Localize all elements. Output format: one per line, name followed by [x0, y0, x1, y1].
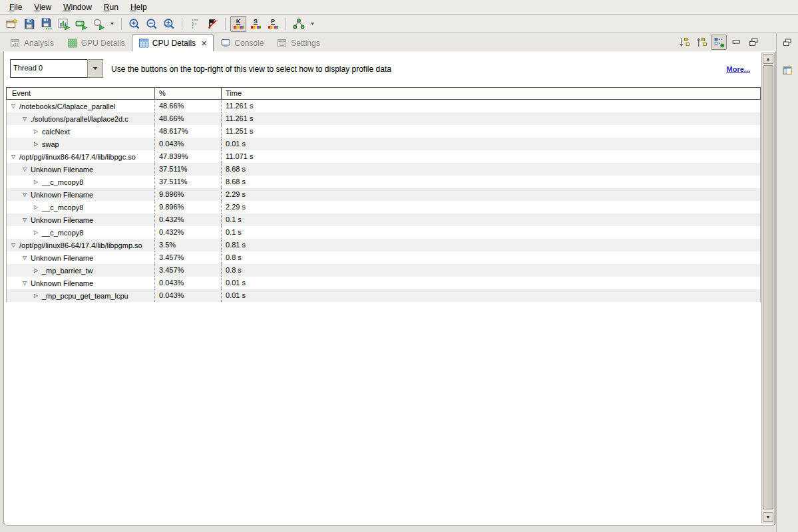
thread-selector[interactable]: Thread 0: [10, 59, 103, 78]
event-cell: ▽/opt/pgi/linux86-64/17.4/lib/libpgmp.so: [7, 239, 154, 251]
collapse-arrow-icon[interactable]: ▽: [20, 192, 29, 198]
thread-selector-dropdown-button[interactable]: [87, 59, 103, 78]
table-row[interactable]: ▷__c_mcopy80.432%0.1 s: [7, 226, 760, 239]
collapse-arrow-icon[interactable]: ▽: [20, 166, 29, 172]
collapse-arrow-icon[interactable]: ▽: [20, 255, 29, 261]
new-session-button[interactable]: [4, 16, 20, 32]
profile-application-button[interactable]: [56, 16, 72, 32]
minimize-view-button[interactable]: [728, 35, 744, 50]
percent-value: 48.617%: [154, 125, 221, 138]
tab-close-icon[interactable]: ✕: [201, 40, 207, 47]
table-row[interactable]: ▽/notebooks/C/laplace_parallel48.66%11.2…: [7, 100, 760, 112]
top-down-view-button[interactable]: [676, 35, 692, 50]
save-icon: [23, 18, 35, 30]
kernel-view-button[interactable]: K: [230, 16, 246, 32]
call-tree-dropdown-button[interactable]: [308, 16, 317, 32]
menu-window[interactable]: Window: [57, 1, 98, 13]
tab-console[interactable]: Console: [214, 34, 270, 52]
mark-source-button[interactable]: [187, 16, 203, 32]
expand-arrow-icon[interactable]: ▷: [31, 141, 41, 147]
p-view-icon: P: [268, 19, 278, 29]
expand-arrow-icon[interactable]: ▷: [31, 204, 41, 210]
expand-arrow-icon[interactable]: ▷: [31, 267, 41, 273]
scroll-up-button[interactable]: ▲: [763, 54, 773, 64]
menu-view[interactable]: View: [28, 1, 57, 13]
maximize-view-button[interactable]: [745, 35, 761, 50]
analysis-icon: [10, 38, 21, 49]
tab-settings[interactable]: Settings: [270, 34, 326, 52]
scroll-down-button[interactable]: ▼: [763, 512, 773, 522]
tab-cpu-details[interactable]: CPU Details✕: [132, 34, 214, 52]
menu-file[interactable]: File: [3, 1, 28, 13]
table-row[interactable]: ▷calcNext48.617%11.251 s: [7, 125, 760, 138]
column-header-event[interactable]: Event: [7, 88, 154, 99]
collapse-arrow-icon[interactable]: ▽: [20, 116, 29, 122]
time-value: 0.1 s: [221, 226, 760, 239]
scrollbar-thumb[interactable]: [763, 65, 773, 509]
save-button[interactable]: [21, 16, 37, 32]
table-row[interactable]: ▽./solutions/parallel/laplace2d.c48.66%1…: [7, 112, 760, 125]
profile-dropdown-button[interactable]: [108, 16, 116, 32]
tab-analysis[interactable]: Analysis: [3, 34, 61, 52]
table-row[interactable]: ▷_mp_pcpu_get_team_lcpu0.043%0.01 s: [7, 289, 760, 302]
expand-arrow-icon[interactable]: ▷: [31, 179, 41, 185]
vertical-scrollbar[interactable]: ▲ ▼: [761, 53, 775, 523]
table-row[interactable]: ▽/opt/pgi/linux86-64/17.4/lib/libpgmp.so…: [7, 239, 760, 251]
expand-arrow-icon[interactable]: ▷: [31, 229, 41, 235]
table-row[interactable]: ▽Unknown Filename3.457%0.8 s: [7, 251, 760, 264]
event-label: Unknown Filename: [31, 166, 93, 174]
flat-view-button[interactable]: [711, 35, 727, 50]
collapse-arrow-icon[interactable]: ▽: [9, 242, 18, 248]
time-value: 0.01 s: [221, 277, 760, 289]
expand-arrow-icon[interactable]: ▷: [31, 128, 41, 134]
collapse-arrow-icon[interactable]: ▽: [9, 154, 18, 160]
s-view-icon: S: [251, 19, 261, 29]
column-header-time[interactable]: Time: [221, 88, 760, 99]
time-value: 0.01 s: [221, 138, 760, 150]
event-label: Unknown Filename: [31, 216, 93, 224]
more-link[interactable]: More...: [727, 65, 750, 73]
table-row[interactable]: ▷__c_mcopy89.896%2.29 s: [7, 201, 760, 213]
search-profile-button[interactable]: [91, 16, 106, 32]
percent-value: 9.896%: [154, 188, 221, 201]
stream-view-button[interactable]: S: [248, 16, 264, 32]
table-row[interactable]: ▽Unknown Filename0.432%0.1 s: [7, 213, 760, 226]
toolbar-separator: [286, 18, 286, 30]
process-view-button[interactable]: P: [265, 16, 281, 32]
collapse-arrow-icon[interactable]: ▽: [20, 217, 29, 223]
reset-marks-button[interactable]: [204, 16, 220, 32]
table-row[interactable]: ▷swap0.043%0.01 s: [7, 138, 760, 150]
tab-gpu-details[interactable]: GPU Details: [61, 34, 132, 52]
zoom-out-button[interactable]: [144, 16, 160, 32]
table-row[interactable]: ▷__c_mcopy837.511%8.68 s: [7, 176, 760, 188]
open-perspective-button[interactable]: [780, 64, 795, 77]
zoom-fit-button[interactable]: [161, 16, 177, 32]
percent-value: 0.043%: [154, 138, 221, 150]
time-value: 2.29 s: [221, 188, 760, 201]
bottom-up-view-button[interactable]: [694, 35, 709, 50]
event-cell: ▷__c_mcopy8: [7, 201, 154, 213]
percent-value: 9.896%: [154, 201, 221, 213]
collapse-arrow-icon[interactable]: ▽: [20, 280, 29, 286]
column-header-percent[interactable]: %: [154, 88, 221, 99]
table-row[interactable]: ▽/opt/pgi/linux86-64/17.4/lib/libpgc.so4…: [7, 150, 760, 163]
save-as-button[interactable]: [39, 16, 55, 32]
zoom-in-button[interactable]: [126, 16, 142, 32]
table-row[interactable]: ▽Unknown Filename37.511%8.68 s: [7, 163, 760, 176]
toolbar-separator: [182, 18, 182, 30]
import-profile-button[interactable]: [73, 16, 89, 32]
table-row[interactable]: ▷_mp_barrier_tw3.457%0.8 s: [7, 264, 760, 277]
percent-value: 3.457%: [154, 251, 221, 264]
collapse-arrow-icon[interactable]: ▽: [9, 103, 18, 109]
thread-selector-value[interactable]: Thread 0: [10, 59, 87, 78]
table-row[interactable]: ▽Unknown Filename9.896%2.29 s: [7, 188, 760, 201]
restore-view-button[interactable]: [780, 36, 795, 49]
table-row[interactable]: ▽Unknown Filename0.043%0.01 s: [7, 277, 760, 289]
expand-arrow-icon[interactable]: ▷: [31, 293, 41, 299]
call-tree-button[interactable]: [291, 16, 307, 32]
menu-help[interactable]: Help: [124, 1, 153, 13]
menu-run[interactable]: Run: [98, 1, 124, 13]
magnifier-run-icon: [93, 18, 104, 30]
percent-value: 47.839%: [154, 150, 221, 163]
event-label: _mp_barrier_tw: [42, 267, 93, 275]
